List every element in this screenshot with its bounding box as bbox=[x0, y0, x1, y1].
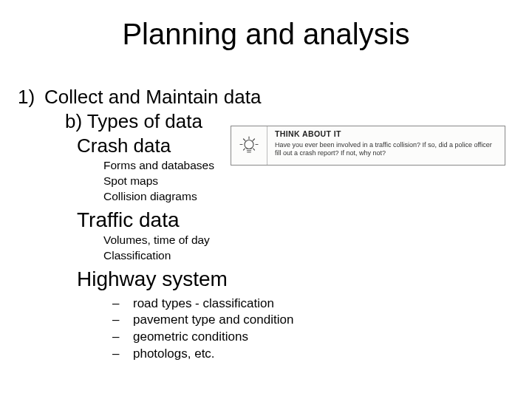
highway-item-4: photologs, etc. bbox=[133, 346, 215, 363]
list-item: – photologs, etc. bbox=[112, 346, 514, 363]
highway-list: – road types - classification – pavement… bbox=[112, 296, 514, 364]
crash-sub-2: Spot maps bbox=[103, 174, 514, 188]
callout-body: Have you ever been involved in a traffic… bbox=[275, 141, 499, 158]
svg-point-0 bbox=[245, 140, 253, 149]
highway-system-heading: Highway system bbox=[77, 267, 514, 291]
svg-line-4 bbox=[244, 139, 245, 140]
list-item: – geometric conditions bbox=[112, 329, 514, 346]
outline-item-1-text: Collect and Maintain data bbox=[44, 86, 261, 108]
list-item: – pavement type and condition bbox=[112, 312, 514, 329]
callout-text: THINK ABOUT IT Have you ever been involv… bbox=[267, 126, 505, 165]
outline-item-1: 1)Collect and Maintain data bbox=[18, 86, 514, 109]
svg-line-7 bbox=[253, 149, 255, 150]
traffic-sub-2: Classification bbox=[103, 249, 514, 263]
traffic-sub-1: Volumes, time of day bbox=[103, 233, 514, 248]
bullet-dash: – bbox=[112, 329, 133, 346]
crash-sub-3: Collision diagrams bbox=[103, 190, 514, 204]
highway-item-2: pavement type and condition bbox=[133, 312, 293, 329]
callout-title: THINK ABOUT IT bbox=[275, 129, 499, 139]
lightbulb-icon bbox=[238, 134, 260, 157]
bullet-dash: – bbox=[112, 312, 133, 329]
think-about-it-callout: THINK ABOUT IT Have you ever been involv… bbox=[231, 126, 505, 166]
slide-title: Planning and analysis bbox=[0, 18, 532, 51]
bullet-dash: – bbox=[112, 296, 133, 313]
highway-item-3: geometric conditions bbox=[133, 329, 248, 346]
list-item: – road types - classification bbox=[112, 296, 514, 313]
bullet-dash: – bbox=[112, 346, 133, 363]
svg-line-5 bbox=[253, 139, 254, 140]
highway-item-1: road types - classification bbox=[133, 296, 274, 313]
outline-item-1-number: 1) bbox=[18, 86, 44, 109]
traffic-data-heading: Traffic data bbox=[77, 208, 514, 232]
svg-line-6 bbox=[244, 149, 245, 150]
callout-icon-cell bbox=[231, 126, 267, 165]
slide: Planning and analysis 1)Collect and Main… bbox=[0, 0, 532, 399]
